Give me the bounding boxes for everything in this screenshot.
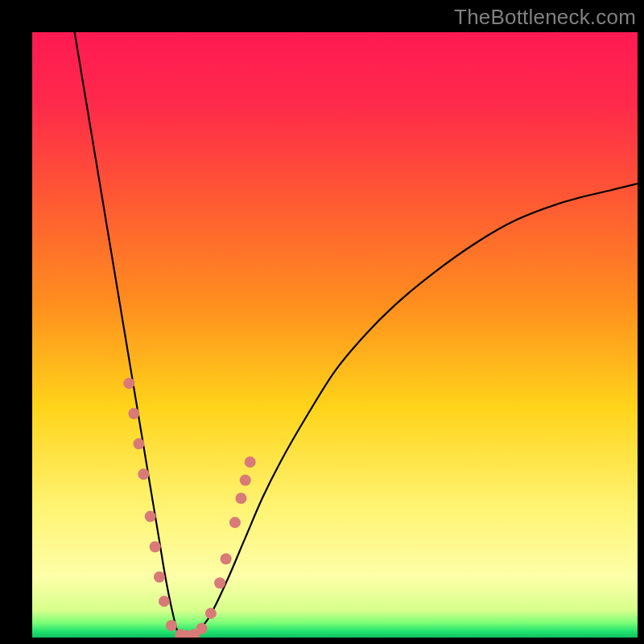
plot-area xyxy=(32,32,638,638)
background-gradient xyxy=(32,32,638,638)
outer-frame: TheBottleneck.com xyxy=(0,0,644,644)
watermark-text: TheBottleneck.com xyxy=(454,5,636,30)
svg-rect-0 xyxy=(32,32,638,638)
